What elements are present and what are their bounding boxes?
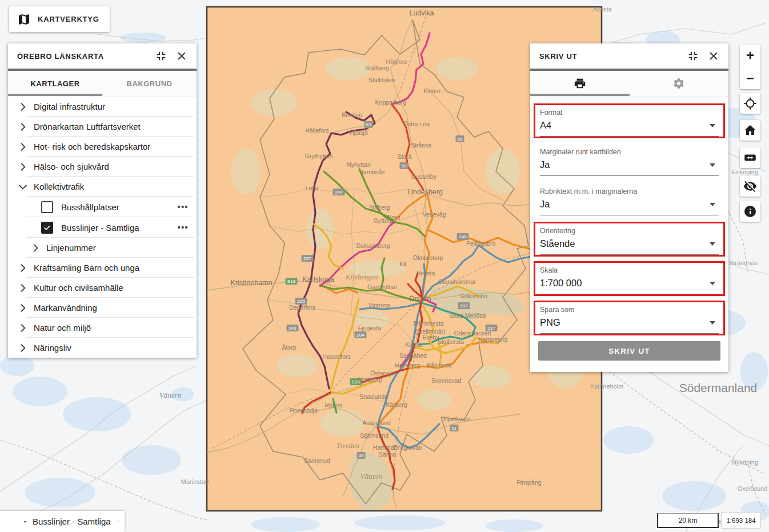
zoom-in-button[interactable]: + xyxy=(746,50,754,61)
road-shield-label: 50 xyxy=(402,163,407,169)
print-field-orientering: OrienteringStående xyxy=(534,222,725,257)
map-town-label: Kloten xyxy=(423,87,440,94)
layer-group-label: Natur och miljö xyxy=(34,323,91,333)
map-town-label: Stråssa xyxy=(411,142,431,149)
map-town-label: Hovsta xyxy=(416,270,435,277)
kartverktyg-button[interactable]: KARTVERKTYG xyxy=(9,6,110,32)
more-options-icon[interactable]: ••• xyxy=(178,223,189,232)
field-label: Orientering xyxy=(540,227,719,235)
field-label: Skala xyxy=(540,266,719,274)
field-label: Format xyxy=(540,109,719,117)
map-town-label: Askersund xyxy=(362,419,391,426)
field-value: PNG xyxy=(540,317,560,328)
field-value: Ja xyxy=(540,159,550,170)
map-town-label: Göksholm xyxy=(460,293,487,299)
map-town-label: Kårberg xyxy=(386,401,407,408)
map-town-label: Örebro xyxy=(409,295,431,303)
road-shield-label: 205 xyxy=(297,299,305,304)
print-panel: SKRIV UT FormatA4 xyxy=(530,43,728,372)
map-outside-label: Vänern xyxy=(159,391,181,399)
collapse-icon[interactable] xyxy=(686,49,700,63)
field-value: A4 xyxy=(540,120,551,131)
map-town-label: Sannahed xyxy=(399,352,427,359)
info-button[interactable] xyxy=(740,201,760,222)
layer-group-markanv-ndning[interactable]: Markanvändning xyxy=(8,298,197,318)
layer-item-busslinjer-samtliga[interactable]: Busslinjer - Samtliga••• xyxy=(8,217,197,238)
map-town-label: Ställberg xyxy=(365,65,389,71)
layer-group-label: Kultur och civilsamhälle xyxy=(34,283,123,293)
map-region-label: Kilsbergen xyxy=(345,273,378,281)
geolocation-button[interactable] xyxy=(740,93,760,114)
field-label: Marginaler runt kartbilden xyxy=(540,148,719,156)
eye-icon[interactable] xyxy=(24,515,26,528)
zoom-out-button[interactable]: − xyxy=(746,73,754,83)
crosshair-icon xyxy=(743,97,757,110)
map-outside-label: Nyköping xyxy=(732,459,758,466)
road-shield-label: 237 xyxy=(303,256,311,261)
checkbox-checked[interactable] xyxy=(41,222,53,234)
map-town-label: Röfors xyxy=(325,402,343,409)
close-icon[interactable] xyxy=(175,49,189,63)
map-town-label: Kil xyxy=(399,261,406,267)
checkbox-unchecked[interactable] xyxy=(41,201,53,213)
hide-layers-button[interactable] xyxy=(740,176,760,197)
home-extent-button[interactable] xyxy=(740,120,760,141)
map-region-label: Vättern xyxy=(361,472,383,481)
field-select[interactable]: PNG xyxy=(540,317,719,334)
close-icon[interactable] xyxy=(117,516,119,527)
layer-group-kollektivtrafik[interactable]: Kollektivtrafik xyxy=(8,177,197,197)
tab-kartlager[interactable]: KARTLAGER xyxy=(8,71,102,96)
info-icon xyxy=(743,205,757,218)
active-layer-label: Busslinjer - Samtliga xyxy=(33,517,111,526)
layer-item-label: Busshållplatser xyxy=(61,202,178,212)
tab-bakgrund[interactable]: BAKGRUND xyxy=(102,71,197,96)
layer-list: Digital infrastrukturDrönarkartan Luftfa… xyxy=(8,97,197,358)
layer-group-kraftsamling-barn-och-unga[interactable]: Kraftsamling Barn och unga xyxy=(8,258,197,278)
tab-print-settings[interactable] xyxy=(630,71,729,96)
road-shield-label: 244 xyxy=(335,190,343,195)
map-town-label: Stora Mellösa xyxy=(449,312,486,319)
layer-group-h-lso-och-sjukv-rd[interactable]: Hälso- och sjukvård xyxy=(8,157,197,177)
road-shield-label: E18 xyxy=(287,279,296,284)
more-options-icon[interactable]: ••• xyxy=(178,202,189,211)
field-select[interactable]: 1:700 000 xyxy=(540,277,719,294)
road-shield-label: 243 xyxy=(289,326,297,331)
dropdown-caret-icon xyxy=(710,163,715,167)
collapse-icon[interactable] xyxy=(154,49,168,63)
swipe-extent-button[interactable] xyxy=(740,147,760,168)
print-button[interactable]: SKRIV UT xyxy=(538,341,720,361)
layer-group-n-ringsliv[interactable]: Näringsliv xyxy=(8,338,197,358)
field-label: Rubriktext m.m. i marginalerna xyxy=(540,187,719,195)
map-town-label: Vretstorp xyxy=(358,376,382,383)
layer-subgroup-linjenummer[interactable]: Linjenummer xyxy=(8,238,197,258)
dropdown-caret-icon xyxy=(710,124,715,127)
chevron-right-icon xyxy=(17,161,29,173)
close-icon[interactable] xyxy=(707,49,720,63)
print-field-rubriktext-m-m-i-marginalerna: Rubriktext m.m. i marginalernaJa xyxy=(534,182,725,217)
map-region-label: Tiveden xyxy=(337,441,359,450)
layer-group-dr-narkartan-luftfartsverket[interactable]: Drönarkartan Luftfartsverket xyxy=(8,117,197,137)
map-town-label: Hampetorp xyxy=(478,336,508,343)
field-select[interactable]: Stående xyxy=(540,238,719,255)
map-town-label: Snavlunda xyxy=(359,393,388,400)
map-icon xyxy=(17,13,31,26)
print-panel-header: SKRIV UT xyxy=(530,43,728,69)
layer-group-label: Hälso- och sjukvård xyxy=(34,162,109,171)
field-select[interactable]: Ja xyxy=(540,159,719,176)
layer-group-kultur-och-civilsamh-lle[interactable]: Kultur och civilsamhälle xyxy=(8,278,197,298)
layer-group-digital-infrastruktur[interactable]: Digital infrastruktur xyxy=(8,97,197,117)
map-town-label: Glanshammar xyxy=(438,278,476,285)
map-town-label: Loka xyxy=(306,185,319,191)
field-select[interactable]: A4 xyxy=(540,119,719,137)
map-town-label: Hjortkvarn xyxy=(443,415,471,422)
field-select[interactable]: Ja xyxy=(540,198,719,215)
layer-group-natur-och-milj[interactable]: Natur och miljö xyxy=(8,318,197,338)
chevron-right-icon xyxy=(17,322,29,334)
layer-group-hot-risk-och-beredskapskartor[interactable]: Hot- risk och beredskapskartor xyxy=(8,137,197,157)
layer-item-bussh-llplatser[interactable]: Busshållplatser••• xyxy=(8,197,197,217)
map-outside-label: Enköping xyxy=(732,169,758,175)
map-town-label: Gyttorp xyxy=(374,217,394,224)
tab-print[interactable] xyxy=(530,71,630,96)
map-town-label: Grythyttan xyxy=(305,153,333,159)
map-town-label: Järnboås xyxy=(360,169,384,175)
